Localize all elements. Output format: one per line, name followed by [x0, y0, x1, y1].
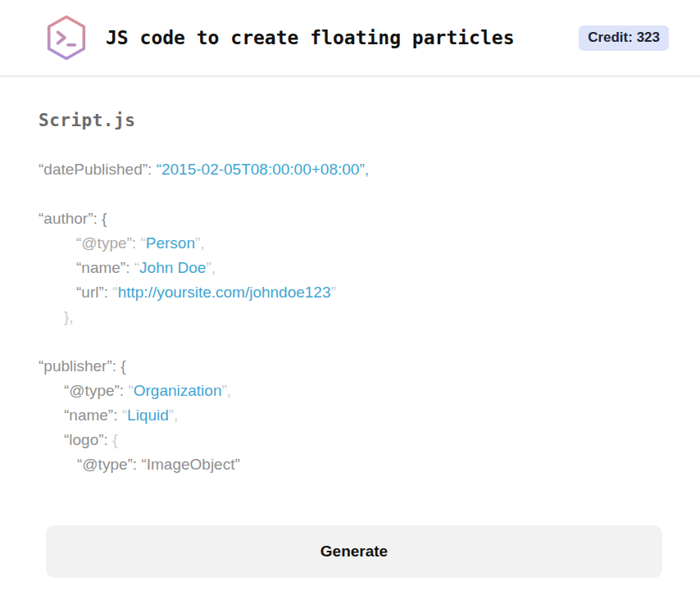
code-segment: “name”	[76, 259, 125, 276]
code-line: “@type”: “Person”,	[39, 231, 667, 256]
code-segment: ”,	[221, 382, 231, 399]
code-segment: “datePublished”	[39, 161, 148, 178]
code-segment: ”	[331, 284, 336, 301]
code-line: “author”: {	[39, 207, 667, 231]
code-segment: John Doe	[139, 259, 206, 276]
code-line: “name”: “John Doe”,	[39, 256, 667, 280]
generate-button[interactable]: Generate	[46, 525, 662, 578]
credit-badge: Credit: 323	[579, 25, 669, 51]
code-segment: :	[104, 284, 113, 301]
code-segment: :	[120, 382, 129, 399]
code-segment: http://yoursite.com/johndoe123	[118, 284, 331, 301]
code-segment: :	[113, 406, 122, 424]
code-segment: :	[132, 234, 141, 252]
code-segment: “url”	[76, 284, 104, 301]
code-line: “url”: “http://yoursite.com/johndoe123”	[39, 280, 667, 305]
file-title: Script.js	[39, 111, 667, 130]
code-segment: “@type”: “ImageObject”	[77, 456, 240, 473]
code-line: “name”: “Liquid”,	[39, 403, 667, 428]
main-content: Script.js “datePublished”: “2015-02-05T0…	[0, 111, 700, 477]
code-line	[39, 329, 667, 354]
code-segment: ”,	[195, 234, 205, 252]
generate-row: Generate	[0, 525, 700, 578]
code-block: “datePublished”: “2015-02-05T08:00:00+08…	[39, 157, 667, 477]
code-segment: “publisher”	[39, 357, 112, 375]
code-line: },	[39, 305, 667, 329]
code-segment: “name”	[64, 406, 113, 424]
app-header: JS code to create floating particles Cre…	[0, 0, 700, 77]
code-segment: : {	[112, 357, 130, 375]
code-segment: “logo”	[64, 431, 104, 448]
code-segment: },	[64, 308, 74, 325]
terminal-prompt-hexagon-icon	[45, 14, 88, 61]
code-line	[39, 182, 667, 207]
code-line: “@type”: “ImageObject”	[39, 452, 667, 477]
code-segment: “@type”	[76, 234, 132, 252]
code-segment: Organization	[134, 382, 222, 399]
code-line: “datePublished”: “2015-02-05T08:00:00+08…	[39, 157, 667, 182]
code-segment: Person	[146, 234, 195, 252]
code-segment: “@type”	[64, 382, 120, 399]
code-segment: {	[112, 431, 117, 448]
code-segment: Liquid	[127, 406, 169, 424]
code-segment: ”,	[206, 259, 216, 276]
code-segment: :	[148, 161, 157, 178]
code-segment: “author”	[39, 210, 93, 227]
code-segment: : {	[93, 210, 111, 227]
code-segment: “2015-02-05T08:00:00+08:00”,	[157, 161, 369, 178]
code-line: “logo”: {	[39, 428, 667, 452]
code-segment: ”,	[169, 406, 179, 424]
page-title: JS code to create floating particles	[106, 27, 515, 48]
code-segment: :	[104, 431, 113, 448]
code-segment: :	[125, 259, 134, 276]
code-line: “publisher”: {	[39, 354, 667, 379]
code-line: “@type”: “Organization”,	[39, 379, 667, 403]
